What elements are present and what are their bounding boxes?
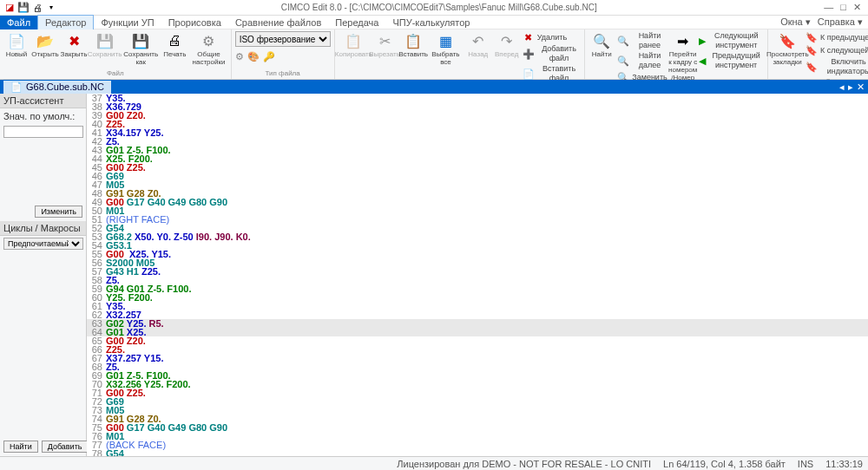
select-all-button[interactable]: ▦Выбрать все [429,31,463,83]
print-icon[interactable]: 🖨 [31,2,43,14]
document-tab[interactable]: 📄 G68.Cube.sub.NC [3,81,111,94]
tab-calculator[interactable]: ЧПУ-калькулятор [385,16,477,29]
copy-button[interactable]: 📋Копировать [339,31,369,83]
code-line[interactable]: 39G00 Z20. [87,111,868,120]
add-file-button[interactable]: ➕Добавить файл [523,44,581,63]
code-line[interactable]: 60Y25. F200. [87,293,868,302]
code-line[interactable]: 71G00 Z25. [87,388,868,397]
settings-button[interactable]: ⚙Общие настройки [190,31,227,66]
code-line[interactable]: 44X25. F200. [87,154,868,163]
help-menu[interactable]: Справка ▾ [818,16,863,28]
filetype-icon[interactable]: ⚙ [235,51,244,62]
dropdown-icon[interactable]: ▾ [45,2,57,14]
tab-backplot[interactable]: Прорисовка [161,16,228,29]
code-line[interactable]: 55G00 X25. Y15. [87,250,868,258]
print-button[interactable]: 🖨Печать [161,31,187,66]
code-line[interactable]: 63G02 Y25. R5. [87,319,868,328]
code-line[interactable]: 41X34.157 Y25. [87,128,868,137]
code-text: G01 X25. [106,328,868,336]
bm-next-button[interactable]: 🔖К следующей [806,44,868,56]
code-line[interactable]: 77(BACK FACE) [87,441,868,449]
code-line[interactable]: 47M05 [87,180,868,189]
code-text: G00 Z25. [106,388,868,397]
bm-toggle-button[interactable]: 🔖Включить индикаторы [806,57,868,76]
maximize-button[interactable]: □ [840,2,846,13]
tab-file[interactable]: Файл [0,16,37,29]
cut-button[interactable]: ✂Вырезать [372,31,398,83]
code-text: G01 Z-5. F100. [106,146,868,154]
filetype-combo[interactable]: ISO фрезерование [235,31,331,47]
tab-close-icon[interactable]: ✕ [857,82,865,93]
find-btn[interactable]: Найти [3,441,38,453]
tab-compare[interactable]: Сравнение файлов [228,16,328,29]
find-next-button[interactable]: 🔍Найти далее [617,51,667,70]
code-line[interactable]: 45G00 Z25. [87,163,868,172]
code-line[interactable]: 46G69 [87,172,868,180]
add-btn[interactable]: Добавить [42,441,89,453]
code-line[interactable]: 58Z5. [87,276,868,284]
modify-button[interactable]: Изменить [35,206,82,218]
code-line[interactable]: 57G43 H1 Z25. [87,267,868,276]
code-line[interactable]: 42Z5. [87,137,868,146]
code-line[interactable]: 70X32.256 Y25. F200. [87,380,868,388]
code-line[interactable]: 78G54 [87,449,868,456]
tab-next-icon[interactable]: ▸ [848,82,853,93]
paste-button[interactable]: 📋Вставить [400,31,426,83]
code-line[interactable]: 54G53.1 [87,241,868,250]
code-line[interactable]: 62X32.257 [87,310,868,319]
code-line[interactable]: 38X36.729 [87,102,868,111]
code-line[interactable]: 66Z25. [87,345,868,354]
windows-menu[interactable]: Окна ▾ [780,16,811,28]
close-button[interactable]: ✕ [853,2,861,13]
view-bookmarks-button[interactable]: 🔖Просмотреть закладки [772,31,803,76]
code-line[interactable]: 73M05 [87,406,868,415]
code-line[interactable]: 65G00 Z20. [87,336,868,345]
code-text: (RIGHT FACE) [106,215,868,224]
bm-prev-button[interactable]: 🔖К предыдущей [806,31,868,43]
code-line[interactable]: 59G94 G01 Z-5. F100. [87,284,868,293]
save-icon[interactable]: 💾 [17,2,30,14]
code-line[interactable]: 61Y35. [87,302,868,310]
tab-prev-icon[interactable]: ◂ [839,82,845,93]
close-file-button[interactable]: ✖Закрыть [61,31,87,66]
code-line[interactable]: 69G01 Z-5. F100. [87,371,868,380]
saveas-button[interactable]: 💾Сохранить как [122,31,159,66]
code-text: X37.257 Y15. [106,354,868,362]
code-line[interactable]: 64G01 X25. [87,328,868,336]
prev-tool-button[interactable]: ◀Предыдущий инструмент [699,51,764,70]
code-line[interactable]: 43G01 Z-5. F100. [87,146,868,154]
redo-button[interactable]: ↷Вперед [494,31,520,83]
code-text: M01 [106,206,868,215]
code-line[interactable]: 56S2000 M05 [87,258,868,267]
open-button[interactable]: 📂Открыть [32,31,58,66]
delete-button[interactable]: ✖Удалить [523,31,581,43]
next-tool-button[interactable]: ▶Следующий инструмент [699,31,764,50]
code-line[interactable]: 50M01 [87,206,868,215]
code-line[interactable]: 72G69 [87,397,868,406]
document-tabstrip: 📄 G68.Cube.sub.NC ◂ ▸ ✕ [0,80,868,94]
code-line[interactable]: 37Y35. [87,94,868,102]
save-button[interactable]: 💾Сохранить [89,31,120,66]
code-editor[interactable]: 37Y35.38X36.72939G00 Z20.40Z25.41X34.157… [87,94,868,456]
code-line[interactable]: 53G68.2 X50. Y0. Z-50 I90. J90. K0. [87,232,868,241]
ribbon: 📄Новый 📂Открыть ✖Закрыть 💾Сохранить 💾Сох… [0,29,868,80]
new-button[interactable]: 📄Новый [3,31,30,66]
code-line[interactable]: 40Z25. [87,120,868,128]
code-line[interactable]: 67X37.257 Y15. [87,354,868,362]
code-line[interactable]: 75G00 G17 G40 G49 G80 G90 [87,423,868,432]
tab-editor[interactable]: Редактор [37,15,94,29]
tab-nc-functions[interactable]: Функции УП [94,16,161,29]
cycles-combo[interactable]: Предпочитаемый [3,238,83,250]
code-text: G02 Y25. R5. [106,319,868,328]
find-prev-button[interactable]: 🔍Найти ранее [617,31,667,50]
code-line[interactable]: 51(RIGHT FACE) [87,215,868,224]
key-icon[interactable]: 🔑 [263,51,275,62]
colors-icon[interactable]: 🎨 [247,51,260,62]
tab-transmit[interactable]: Передача [328,16,385,29]
undo-button[interactable]: ↶Назад [465,31,491,83]
code-line[interactable]: 49G00 G17 G40 G49 G80 G90 [87,198,868,206]
code-line[interactable]: 76M01 [87,432,868,441]
code-line[interactable]: 68Z5. [87,362,868,371]
minimize-button[interactable]: — [824,2,833,13]
default-value-input[interactable] [3,126,83,138]
